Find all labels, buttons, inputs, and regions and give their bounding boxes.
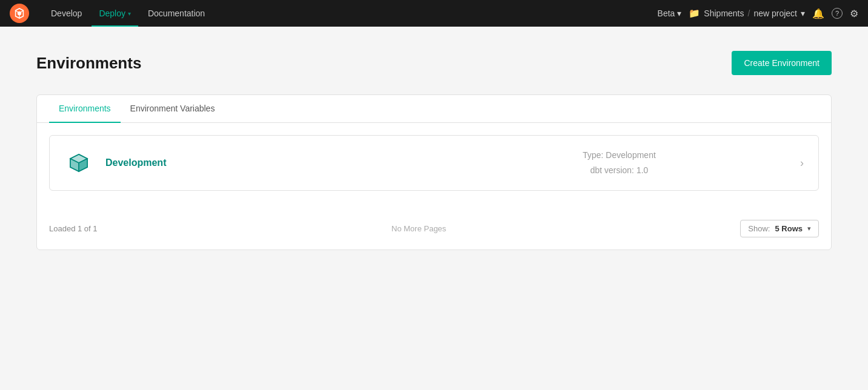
logo[interactable]	[10, 4, 29, 23]
nav-links: Develop Deploy ▾ Documentation	[44, 0, 212, 27]
page-title: Environments	[36, 54, 141, 73]
beta-dropdown[interactable]: Beta ▾	[658, 8, 682, 18]
tab-environments[interactable]: Environments	[49, 95, 121, 123]
show-label: Show:	[748, 224, 770, 233]
project-path[interactable]: 📁 Shipments / new project ▾	[689, 8, 805, 19]
bell-icon: 🔔	[812, 8, 824, 19]
notification-bell-button[interactable]: 🔔	[812, 8, 824, 19]
help-icon: ?	[832, 8, 843, 19]
environment-name: Development	[105, 157, 448, 168]
nav-deploy[interactable]: Deploy ▾	[92, 0, 138, 27]
cube-icon	[67, 151, 91, 175]
main-content: Environments Create Environment Environm…	[0, 27, 868, 390]
tab-environment-variables[interactable]: Environment Variables	[121, 95, 225, 123]
tabs-bar: Environments Environment Variables	[37, 95, 831, 123]
dbt-logo-icon	[10, 4, 29, 23]
beta-chevron-icon: ▾	[677, 8, 681, 18]
pagination-footer: Loaded 1 of 1 No More Pages Show: 5 Rows…	[37, 208, 831, 250]
no-more-pages-text: No More Pages	[392, 224, 446, 233]
project-name-label: new project	[753, 8, 797, 18]
project-chevron-icon: ▾	[801, 8, 805, 18]
settings-icon: ⚙	[850, 8, 858, 19]
create-environment-button[interactable]: Create Environment	[732, 51, 832, 75]
project-folder-label: Shipments	[704, 8, 744, 18]
page-header: Environments Create Environment	[36, 51, 832, 75]
rows-chevron-icon: ▾	[807, 225, 811, 233]
deploy-chevron-icon: ▾	[128, 10, 131, 17]
environments-list: Development Type: Development dbt versio…	[37, 123, 831, 203]
environment-icon-wrapper	[64, 148, 93, 177]
navbar-left: Develop Deploy ▾ Documentation	[10, 0, 212, 27]
pagination-loaded-text: Loaded 1 of 1	[49, 224, 98, 233]
top-navbar: Develop Deploy ▾ Documentation Beta ▾ 📁 …	[0, 0, 868, 27]
nav-develop[interactable]: Develop	[44, 0, 89, 27]
path-separator: /	[748, 8, 750, 18]
settings-button[interactable]: ⚙	[850, 8, 858, 19]
rows-per-page-select[interactable]: Show: 5 Rows ▾	[740, 220, 819, 237]
environment-meta: Type: Development dbt version: 1.0	[448, 148, 790, 178]
help-button[interactable]: ?	[832, 8, 843, 19]
navbar-right: Beta ▾ 📁 Shipments / new project ▾ 🔔 ? ⚙	[658, 8, 858, 19]
nav-documentation[interactable]: Documentation	[141, 0, 212, 27]
rows-value: 5 Rows	[775, 224, 803, 233]
environment-type: Type: Development	[448, 148, 790, 163]
folder-icon: 📁	[689, 8, 700, 19]
environment-row-chevron-icon: ›	[800, 157, 804, 170]
environment-dbt-version: dbt version: 1.0	[448, 163, 790, 178]
environment-row[interactable]: Development Type: Development dbt versio…	[49, 135, 819, 191]
environments-container: Environments Environment Variables Devel…	[36, 94, 832, 250]
